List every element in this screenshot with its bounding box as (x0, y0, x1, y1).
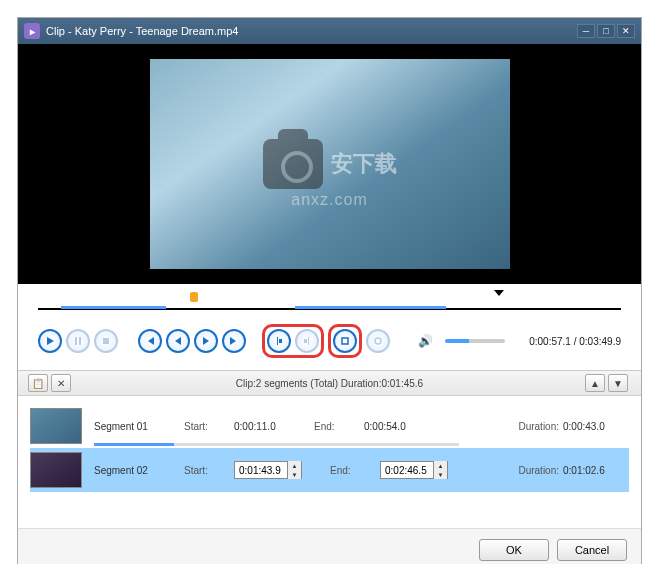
start-label: Start: (184, 465, 234, 476)
copy-segment-button[interactable]: 📋 (28, 374, 48, 392)
end-label: End: (314, 421, 364, 432)
segment-thumbnail (30, 408, 82, 444)
duration-label: Duration: (518, 465, 559, 476)
move-down-button[interactable]: ▼ (608, 374, 628, 392)
move-up-button[interactable]: ▲ (585, 374, 605, 392)
highlight-markers-left (262, 324, 324, 358)
stop-button[interactable] (94, 329, 118, 353)
spin-down[interactable]: ▼ (287, 470, 301, 479)
step-forward-button[interactable] (194, 329, 218, 353)
end-spinner[interactable]: ▲▼ (380, 461, 448, 479)
mark-out-button[interactable] (295, 329, 319, 353)
end-label: End: (330, 465, 380, 476)
start-label: Start: (184, 421, 234, 432)
start-spinner[interactable]: ▲▼ (234, 461, 302, 479)
pause-button[interactable] (66, 329, 90, 353)
titlebar[interactable]: ▸ Clip - Katy Perry - Teenage Dream.mp4 … (18, 18, 641, 44)
maximize-button[interactable]: □ (597, 24, 615, 38)
segment-row[interactable]: Segment 01 Start: 0:00:11.0 End: 0:00:54… (30, 404, 629, 448)
time-display: 0:00:57.1 / 0:03:49.9 (529, 336, 621, 347)
video-frame: 安下载 anxz.com (150, 59, 510, 269)
playback-controls: 🔊 0:00:57.1 / 0:03:49.9 (18, 318, 641, 370)
highlight-markers-right (328, 324, 362, 358)
segments-summary: Clip:2 segments (Total) Duration:0:01:45… (74, 378, 585, 389)
dialog-footer: OK Cancel (18, 528, 641, 564)
snapshot-button[interactable] (366, 329, 390, 353)
timeline[interactable] (18, 284, 641, 318)
segment-row[interactable]: Segment 02 Start: ▲▼ End: ▲▼ Duration: 0… (30, 448, 629, 492)
end-value: 0:00:54.0 (364, 421, 444, 432)
playhead[interactable] (190, 292, 198, 302)
duration-label: Duration: (518, 421, 559, 432)
svg-rect-3 (342, 338, 348, 344)
window-title: Clip - Katy Perry - Teenage Dream.mp4 (46, 25, 238, 37)
spin-down[interactable]: ▼ (433, 470, 447, 479)
watermark-text: 安下载 (331, 149, 397, 179)
cancel-button[interactable]: Cancel (557, 539, 627, 561)
video-preview: 安下载 anxz.com (18, 44, 641, 284)
segment-thumbnail (30, 452, 82, 488)
end-input[interactable] (381, 465, 433, 476)
svg-rect-2 (103, 338, 109, 344)
clip-editor-window: ▸ Clip - Katy Perry - Teenage Dream.mp4 … (17, 17, 642, 564)
prev-segment-button[interactable] (138, 329, 162, 353)
spin-up[interactable]: ▲ (287, 461, 301, 470)
svg-rect-1 (79, 337, 81, 345)
duration-value: 0:01:02.6 (559, 465, 629, 476)
start-value: 0:00:11.0 (234, 421, 314, 432)
segments-list: Segment 01 Start: 0:00:11.0 End: 0:00:54… (18, 396, 641, 528)
volume-slider[interactable] (445, 339, 505, 343)
segments-toolbar: 📋 ✕ Clip:2 segments (Total) Duration:0:0… (18, 370, 641, 396)
close-button[interactable]: ✕ (617, 24, 635, 38)
mark-in-button[interactable] (267, 329, 291, 353)
svg-rect-0 (75, 337, 77, 345)
delete-segment-button[interactable]: ✕ (51, 374, 71, 392)
duration-value: 0:00:43.0 (559, 421, 629, 432)
start-input[interactable] (235, 465, 287, 476)
svg-point-4 (375, 338, 381, 344)
minimize-button[interactable]: ─ (577, 24, 595, 38)
add-segment-button[interactable] (333, 329, 357, 353)
watermark-camera-icon (263, 139, 323, 189)
step-back-button[interactable] (166, 329, 190, 353)
app-icon: ▸ (24, 23, 40, 39)
segment-name: Segment 02 (94, 465, 184, 476)
volume-icon[interactable]: 🔊 (418, 334, 433, 348)
spin-up[interactable]: ▲ (433, 461, 447, 470)
play-button[interactable] (38, 329, 62, 353)
next-segment-button[interactable] (222, 329, 246, 353)
ok-button[interactable]: OK (479, 539, 549, 561)
watermark-sub: anxz.com (291, 191, 367, 209)
segment-name: Segment 01 (94, 421, 184, 432)
